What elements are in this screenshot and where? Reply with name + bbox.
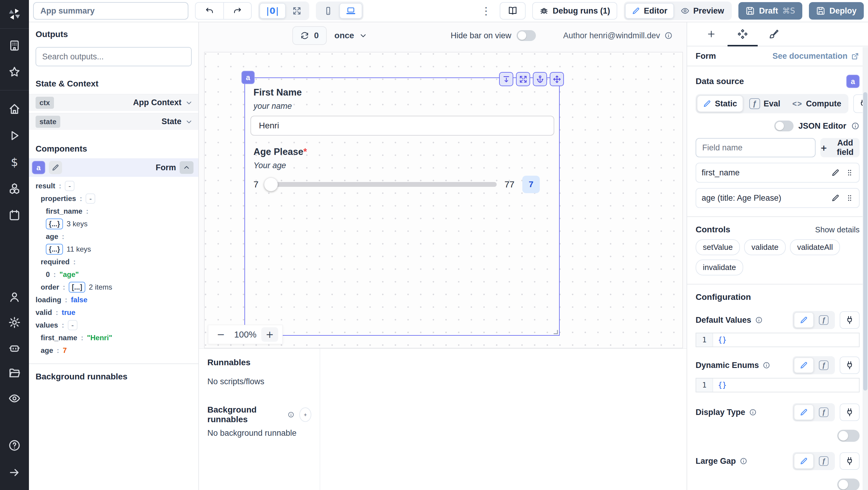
field-item[interactable]: age (title: Age Please) <box>695 188 860 208</box>
tree-collapse-toggle[interactable]: - <box>86 193 95 204</box>
eval-edit-button[interactable]: ƒ <box>814 358 834 373</box>
first-name-input[interactable] <box>250 116 554 135</box>
hide-bar-toggle[interactable] <box>517 30 536 41</box>
selected-form-component[interactable]: a <box>244 78 560 336</box>
preview-tab[interactable]: Preview <box>674 3 731 19</box>
tab-component-settings[interactable] <box>727 22 758 46</box>
app-summary-input[interactable] <box>33 2 188 20</box>
tab-insert-component[interactable] <box>695 22 727 46</box>
sidebar-item-variables[interactable]: $ <box>5 153 24 171</box>
sidebar-item-schedules[interactable] <box>5 206 24 224</box>
more-menu-button[interactable]: ⋮ <box>479 5 493 17</box>
tree-collapse-toggle[interactable]: - <box>65 181 74 191</box>
expand-component-button[interactable] <box>516 72 530 86</box>
anchor-component-button[interactable] <box>533 72 547 86</box>
sidebar-item-workers[interactable] <box>5 339 24 357</box>
full-width-layout-button[interactable] <box>286 3 308 19</box>
zoom-out-button[interactable]: − <box>213 327 229 342</box>
redo-button[interactable] <box>223 3 251 19</box>
undo-button[interactable] <box>195 3 223 19</box>
tree-expand-toggle[interactable]: [...] <box>69 282 85 293</box>
refresh-button[interactable]: 0 <box>292 26 327 45</box>
connect-input-button[interactable] <box>840 403 860 421</box>
field-name-input[interactable] <box>695 138 815 157</box>
move-component-button[interactable] <box>550 72 564 86</box>
sidebar-item-favorites[interactable] <box>5 63 24 81</box>
sidebar-item-folders[interactable] <box>5 364 24 382</box>
static-edit-button[interactable] <box>794 453 814 469</box>
collapse-component-button[interactable] <box>180 161 193 174</box>
state-row[interactable]: state State <box>29 113 198 130</box>
zoom-in-button[interactable]: + <box>261 327 278 342</box>
run-mode-dropdown[interactable]: once <box>335 31 367 40</box>
tree-expand-toggle[interactable]: {...} <box>46 218 63 229</box>
sidebar-item-workspace[interactable] <box>5 36 24 55</box>
default-values-editor[interactable]: 1 {} <box>695 333 860 347</box>
desktop-view-button[interactable] <box>339 3 362 19</box>
sidebar-item-help[interactable] <box>5 436 24 454</box>
connect-input-button[interactable] <box>840 452 860 470</box>
add-background-runnable-button[interactable]: + <box>299 407 311 422</box>
field-item[interactable]: first_name <box>695 163 860 183</box>
resize-handle[interactable] <box>554 330 558 334</box>
static-edit-button[interactable] <box>794 312 814 328</box>
static-edit-button[interactable] <box>794 404 814 420</box>
pencil-icon[interactable] <box>831 169 840 177</box>
tree-note: 11 keys <box>67 245 91 253</box>
eval-edit-button[interactable]: ƒ <box>814 404 834 420</box>
docs-button[interactable] <box>500 2 526 20</box>
ctx-row[interactable]: ctx App Context <box>29 94 198 111</box>
component-row-form[interactable]: a Form <box>29 158 198 177</box>
control-pill[interactable]: validate <box>744 239 786 255</box>
mobile-view-button[interactable] <box>317 3 339 19</box>
connect-input-button[interactable] <box>840 311 860 329</box>
sidebar-item-users[interactable] <box>5 288 24 306</box>
deploy-button[interactable]: Deploy <box>809 2 864 20</box>
slider-track[interactable] <box>267 182 497 187</box>
scrollbar-thumb[interactable] <box>863 92 867 391</box>
pencil-icon[interactable] <box>831 194 840 202</box>
eval-edit-button[interactable]: ƒ <box>814 453 834 469</box>
large-gap-toggle[interactable] <box>837 479 860 490</box>
see-documentation-link[interactable]: See documentation <box>772 52 860 61</box>
show-details-link[interactable]: Show details <box>815 225 860 235</box>
sidebar-item-expand[interactable] <box>5 463 24 482</box>
static-mode-button[interactable]: Static <box>697 95 743 112</box>
editor-tab[interactable]: Editor <box>625 3 674 19</box>
eye-icon <box>8 392 21 405</box>
eval-mode-button[interactable]: ƒ Eval <box>743 95 786 112</box>
draft-button[interactable]: Draft ⌘S <box>738 2 802 20</box>
fill-height-button[interactable] <box>499 72 513 86</box>
tree-collapse-toggle[interactable]: - <box>68 320 78 330</box>
bounded-layout-button[interactable]: |0| <box>259 3 286 19</box>
sidebar-item-resources[interactable] <box>5 180 24 198</box>
control-pill[interactable]: validateAll <box>790 239 840 255</box>
drag-handle-icon[interactable] <box>846 194 854 202</box>
runnables-empty-area <box>320 349 687 490</box>
tree-expand-toggle[interactable]: {...} <box>46 244 63 255</box>
connect-input-button[interactable] <box>840 357 860 374</box>
app-canvas-page[interactable]: a <box>204 52 683 348</box>
dynamic-enums-editor[interactable]: 1 {} <box>695 378 860 392</box>
sidebar-item-home[interactable] <box>5 100 24 118</box>
rename-component-button[interactable] <box>49 161 62 174</box>
add-field-button[interactable]: + Add field <box>820 138 860 157</box>
sidebar-item-settings[interactable] <box>5 313 24 332</box>
display-type-toggle[interactable] <box>837 430 860 442</box>
slider-thumb[interactable] <box>264 178 278 191</box>
sidebar-item-audit[interactable] <box>5 389 24 407</box>
panel-scrollbar[interactable] <box>863 47 868 490</box>
static-edit-button[interactable] <box>794 358 814 373</box>
search-outputs-input[interactable] <box>36 47 192 66</box>
drag-handle-icon[interactable] <box>846 169 854 177</box>
debug-runs-button[interactable]: Debug runs (1) <box>532 2 618 20</box>
compute-mode-button[interactable]: <> Compute <box>786 95 847 112</box>
json-editor-toggle[interactable] <box>774 121 794 131</box>
tab-styling[interactable] <box>758 22 789 46</box>
sidebar-item-runs[interactable] <box>5 127 24 145</box>
eval-edit-button[interactable]: ƒ <box>814 312 834 328</box>
age-slider[interactable] <box>267 178 497 191</box>
control-pill[interactable]: setValue <box>695 239 740 255</box>
control-pill[interactable]: invalidate <box>695 259 743 275</box>
windmill-logo[interactable] <box>0 0 29 28</box>
